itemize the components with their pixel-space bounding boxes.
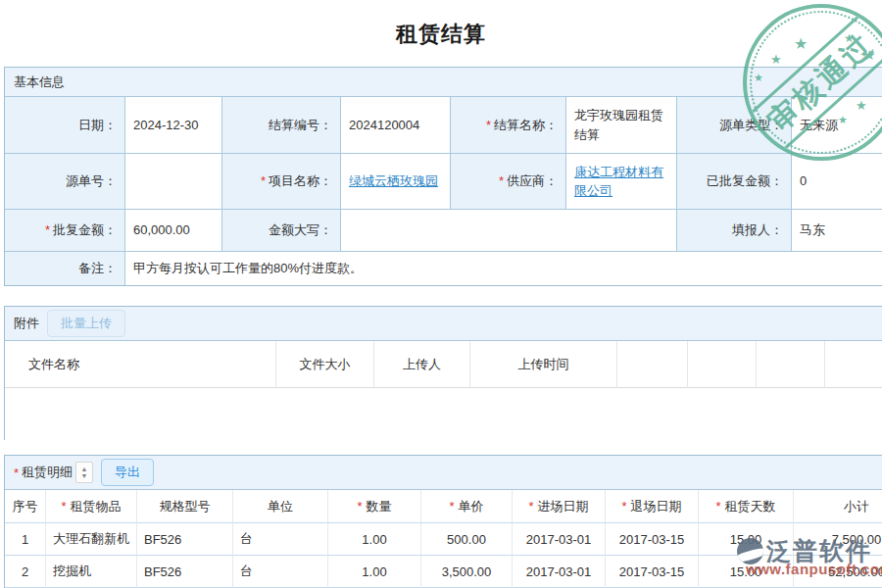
table-cell: 3,500.00 xyxy=(421,556,513,588)
detail-column-header: *租赁物品 xyxy=(46,490,137,523)
detail-column-header: 小计 xyxy=(794,490,882,523)
table-cell: 挖掘机 xyxy=(46,556,137,588)
field-label: 源单号： xyxy=(5,154,125,210)
field-label: *批复金额： xyxy=(5,210,125,252)
fanpu-watermark: 泛普软件 www.fanpusoft.com xyxy=(737,535,882,577)
required-asterisk: * xyxy=(357,499,362,514)
table-cell: 台 xyxy=(233,523,328,556)
basic-info-table: 日期：2024-12-30结算编号：2024120004*结算名称：龙宇玫瑰园租… xyxy=(5,97,882,285)
field-value: 2024120004 xyxy=(341,97,451,154)
rental-detail-title: 租赁明细 xyxy=(22,464,73,481)
star-icon: ★ xyxy=(863,48,876,62)
detail-column-header: *单价 xyxy=(421,490,513,523)
detail-column-header: 规格型号 xyxy=(137,490,233,523)
detail-column-header: *进场日期 xyxy=(513,490,606,523)
field-value: 康达工程材料有限公司 xyxy=(566,154,677,210)
table-cell: 1.00 xyxy=(328,556,421,588)
table-cell: BF526 xyxy=(137,523,233,556)
attachments-column-header-empty xyxy=(688,341,757,388)
table-cell: 2017-03-15 xyxy=(606,523,699,556)
attachments-column-header: 上传人 xyxy=(374,341,470,388)
field-label: *供应商： xyxy=(451,154,566,210)
rental-detail-table-header: 序号*租赁物品规格型号单位*数量*单价*进场日期*退场日期*租赁天数小计 xyxy=(5,490,882,523)
sort-toggle-icon[interactable]: ▲ ▼ xyxy=(75,462,93,483)
required-asterisk: * xyxy=(499,172,504,191)
field-label: 金额大写： xyxy=(222,210,341,252)
page-title: 租赁结算 xyxy=(0,20,882,49)
basic-info-title: 基本信息 xyxy=(14,74,65,91)
field-value: 60,000.00 xyxy=(125,210,222,252)
field-value: 马东 xyxy=(792,210,882,252)
basic-info-section: 基本信息 日期：2024-12-30结算编号：2024120004*结算名称：龙… xyxy=(4,67,882,286)
field-value: 2024-12-30 xyxy=(125,97,222,154)
required-asterisk: * xyxy=(45,220,50,240)
rental-detail-title-wrap: * 租赁明细 xyxy=(14,464,73,481)
table-cell: BF526 xyxy=(137,556,233,588)
detail-column-header: 序号 xyxy=(5,490,46,523)
detail-column-header: *租赁天数 xyxy=(699,490,794,523)
watermark-url: www.fanpusoft.com xyxy=(746,561,882,577)
attachments-table-header: 文件名称文件大小上传人上传时间 xyxy=(5,341,882,388)
field-value: 龙宇玫瑰园租赁结算 xyxy=(566,97,677,154)
field-label: 已批复金额： xyxy=(677,154,792,210)
detail-column-header: 单位 xyxy=(233,490,328,523)
required-asterisk: * xyxy=(486,116,491,135)
attachments-column-header-empty xyxy=(757,341,825,388)
field-value: 0 xyxy=(792,154,882,210)
required-asterisk: * xyxy=(449,499,454,514)
field-link[interactable]: 康达工程材料有限公司 xyxy=(574,163,668,201)
field-value: 无来源 xyxy=(792,97,882,154)
attachments-section: 附件 批量上传 文件名称文件大小上传人上传时间 xyxy=(4,306,882,440)
table-cell: 500.00 xyxy=(421,523,513,556)
field-value: 甲方每月按认可工作量的80%付进度款。 xyxy=(125,252,882,285)
attachments-title: 附件 xyxy=(14,315,39,332)
attachments-column-header: 上传时间 xyxy=(470,341,617,388)
table-cell: 台 xyxy=(233,556,328,588)
basic-info-header: 基本信息 xyxy=(5,68,882,97)
field-link[interactable]: 绿城云栖玫瑰园 xyxy=(349,172,438,191)
attachments-header: 附件 批量上传 xyxy=(5,307,882,341)
table-cell: 2017-03-01 xyxy=(513,556,606,588)
attachments-column-header: 文件大小 xyxy=(276,341,374,388)
required-asterisk: * xyxy=(715,499,720,514)
fanpu-logo-icon xyxy=(737,538,763,564)
field-label: *结算名称： xyxy=(451,97,566,154)
detail-column-header: *退场日期 xyxy=(606,490,699,523)
sort-up-arrow-icon: ▲ xyxy=(81,466,88,472)
batch-upload-button[interactable]: 批量上传 xyxy=(47,310,125,337)
table-cell: 2017-03-15 xyxy=(606,556,699,588)
export-button[interactable]: 导出 xyxy=(101,459,154,486)
field-label: 日期： xyxy=(5,97,125,154)
attachments-column-header-empty xyxy=(825,341,882,388)
table-cell: 2 xyxy=(5,556,46,588)
table-cell: 1.00 xyxy=(328,523,421,556)
field-value xyxy=(341,210,677,252)
table-cell: 2017-03-01 xyxy=(513,523,606,556)
required-asterisk: * xyxy=(528,499,533,514)
field-value: 绿城云栖玫瑰园 xyxy=(341,154,451,210)
attachments-empty-area xyxy=(5,388,882,440)
field-value xyxy=(125,154,222,210)
required-asterisk: * xyxy=(14,466,19,480)
required-asterisk: * xyxy=(61,499,66,514)
attachments-column-header-empty xyxy=(617,341,688,388)
required-asterisk: * xyxy=(621,499,626,514)
sort-down-arrow-icon: ▼ xyxy=(81,472,88,479)
table-cell: 大理石翻新机 xyxy=(46,523,137,556)
field-label: 备注： xyxy=(5,252,125,285)
star-icon: ★ xyxy=(770,53,782,66)
field-label: *项目名称： xyxy=(222,154,341,210)
field-label: 结算编号： xyxy=(222,97,341,154)
table-cell: 1 xyxy=(5,523,46,556)
field-label: 填报人： xyxy=(677,210,792,252)
required-asterisk: * xyxy=(261,172,266,191)
attachments-column-header: 文件名称 xyxy=(5,341,276,388)
rental-detail-header: * 租赁明细 ▲ ▼ 导出 xyxy=(5,456,882,490)
field-label: 源单类型： xyxy=(677,97,792,154)
detail-column-header: *数量 xyxy=(328,490,421,523)
